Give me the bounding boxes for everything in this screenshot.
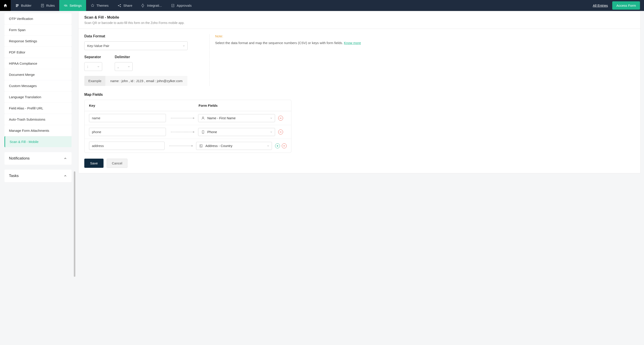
- home-button[interactable]: [0, 0, 11, 11]
- sidebar-item-attachments[interactable]: Manage Form Attachments: [4, 125, 72, 136]
- key-input[interactable]: [89, 142, 164, 150]
- sidebar-item-scanfill[interactable]: Scan & Fill - Mobile: [4, 136, 72, 147]
- top-nav: Builder Rules Settings Themes Share Inte…: [0, 0, 644, 11]
- scrollbar-thumb[interactable]: [74, 171, 75, 277]
- access-form-button[interactable]: Access Form: [612, 1, 640, 10]
- select-value: Phone: [207, 130, 217, 134]
- tab-label: Integrati...: [147, 4, 162, 8]
- sidebar-item-merge[interactable]: Document Merge: [4, 69, 72, 80]
- phone-icon: [201, 130, 205, 134]
- remove-row-button[interactable]: −: [278, 116, 283, 121]
- select-value: Key-Value Pair: [87, 44, 109, 48]
- sidebar-item-lang[interactable]: Language Translation: [4, 92, 72, 103]
- save-button[interactable]: Save: [84, 159, 104, 168]
- select-value: ,: [118, 65, 118, 69]
- tab-builder[interactable]: Builder: [11, 0, 36, 11]
- form-field-select[interactable]: Address - Country: [196, 142, 272, 150]
- cancel-button[interactable]: Cancel: [107, 159, 128, 168]
- integrations-icon: [141, 4, 145, 8]
- tab-label: Themes: [96, 4, 108, 8]
- chevron-down-icon: [267, 145, 270, 147]
- col-key-header: Key: [89, 104, 174, 107]
- map-table: Key Form Fields Name - First Name: [84, 100, 291, 153]
- map-header: Key Form Fields: [84, 100, 291, 111]
- tab-integrations[interactable]: Integrati...: [137, 0, 166, 11]
- select-value: :: [87, 65, 88, 69]
- svg-point-5: [203, 133, 203, 133]
- tab-rules[interactable]: Rules: [36, 0, 59, 11]
- share-icon: [118, 4, 122, 8]
- svg-point-0: [118, 5, 119, 6]
- arrow-icon: [169, 146, 192, 146]
- know-more-link[interactable]: Know more: [344, 41, 361, 45]
- rules-icon: [40, 4, 44, 8]
- form-field-select[interactable]: Phone: [198, 128, 275, 136]
- sidebar-item-pdf[interactable]: PDF Editor: [4, 47, 72, 58]
- gear-icon: [64, 4, 68, 8]
- separator-select[interactable]: :: [84, 62, 102, 71]
- address-icon: [199, 144, 203, 148]
- tab-approvals[interactable]: Approvals: [166, 0, 196, 11]
- map-fields-section: Map Fields Key Form Fields: [84, 93, 634, 153]
- select-value: Address - Country: [205, 144, 232, 148]
- sidebar-item-response[interactable]: Response Settings: [4, 36, 72, 47]
- tab-label: Settings: [70, 4, 82, 8]
- remove-row-button[interactable]: −: [278, 130, 283, 134]
- svg-point-3: [202, 117, 204, 118]
- note-body: Select the data format and map the seque…: [215, 41, 344, 45]
- main-content: Scan & Fill - Mobile Scan QR or barcode …: [76, 11, 644, 345]
- sidebar-group-notifications[interactable]: Notifications: [4, 152, 72, 165]
- map-row: Address - Country + −: [84, 139, 291, 153]
- sidebar-item-hipaa[interactable]: HIPAA Compliance: [4, 58, 72, 69]
- sidebar-group-tasks[interactable]: Tasks: [4, 170, 72, 182]
- chevron-down-icon: [97, 65, 100, 68]
- all-entries-link[interactable]: All Entries: [593, 4, 608, 8]
- sidebar-scrollbar[interactable]: [74, 13, 75, 343]
- tab-themes[interactable]: Themes: [86, 0, 113, 11]
- chevron-up-icon: [64, 174, 67, 178]
- form-field-select[interactable]: Name - First Name: [198, 114, 275, 122]
- svg-point-2: [120, 6, 121, 7]
- sidebar: OTP Verification Form Span Response Sett…: [0, 11, 76, 345]
- group-label: Notifications: [9, 156, 30, 161]
- group-label: Tasks: [9, 174, 18, 178]
- remove-row-button[interactable]: −: [282, 143, 287, 148]
- add-row-button[interactable]: +: [275, 143, 280, 148]
- chevron-down-icon: [270, 117, 272, 120]
- delimiter-label: Delimiter: [115, 55, 132, 59]
- themes-icon: [90, 4, 94, 8]
- note-text: Select the data format and map the seque…: [215, 40, 634, 46]
- sidebar-item-alias[interactable]: Field Alias - Prefill URL: [4, 103, 72, 114]
- col-field-header: Form Fields: [198, 104, 287, 107]
- sidebar-item-messages[interactable]: Custom Messages: [4, 80, 72, 91]
- separator-label: Separator: [84, 55, 102, 59]
- key-input[interactable]: [89, 114, 166, 122]
- home-icon: [3, 3, 8, 8]
- example-label: Example: [84, 76, 105, 86]
- chevron-down-icon: [270, 131, 272, 133]
- tab-label: Approvals: [177, 4, 192, 8]
- data-format-label: Data Format: [84, 34, 200, 38]
- note-title: Note:: [215, 34, 634, 38]
- tab-label: Builder: [21, 4, 32, 8]
- chevron-down-icon: [128, 65, 130, 68]
- tab-share[interactable]: Share: [113, 0, 137, 11]
- data-format-select[interactable]: Key-Value Pair: [84, 41, 188, 50]
- svg-point-7: [200, 145, 201, 146]
- settings-card: Scan & Fill - Mobile Scan QR or barcode …: [78, 11, 641, 173]
- key-input[interactable]: [89, 128, 166, 136]
- approvals-icon: [171, 4, 175, 8]
- person-icon: [201, 116, 205, 120]
- tab-settings[interactable]: Settings: [59, 0, 86, 11]
- select-value: Name - First Name: [207, 116, 236, 120]
- page-title: Scan & Fill - Mobile: [84, 15, 634, 20]
- svg-point-1: [120, 4, 121, 5]
- chevron-down-icon: [182, 45, 185, 47]
- delimiter-select[interactable]: ,: [115, 62, 132, 71]
- sidebar-item-formspan[interactable]: Form Span: [4, 24, 72, 35]
- map-row: Name - First Name −: [84, 111, 291, 125]
- svg-rect-6: [200, 145, 202, 147]
- map-row: Phone −: [84, 125, 291, 139]
- sidebar-item-otp[interactable]: OTP Verification: [4, 13, 72, 24]
- sidebar-item-autotrash[interactable]: Auto-Trash Submissions: [4, 114, 72, 125]
